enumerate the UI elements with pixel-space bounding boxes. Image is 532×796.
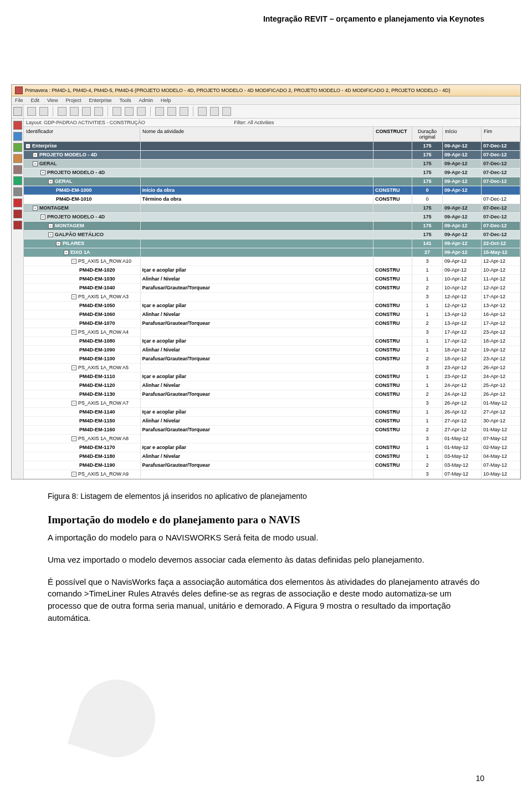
table-row[interactable]: -MONTAGEM17509-Apr-1207-Dec-12 (24, 222, 520, 231)
expander-icon[interactable]: - (40, 215, 45, 220)
filter-label[interactable]: Filter: All Activities (234, 120, 274, 125)
expander-icon[interactable]: - (64, 250, 69, 255)
tool-icon[interactable] (125, 107, 134, 116)
table-row[interactable]: PM4D-EM-1060Alinhar / NivelarCONSTRU113-… (24, 310, 520, 319)
table-row[interactable]: PM4D-EM-1030Alinhar / NivelarCONSTRU110-… (24, 275, 520, 284)
tool-icon[interactable] (112, 107, 121, 116)
table-row[interactable]: PM4D-EM-1170Içar e acoplar pilarCONSTRU1… (24, 443, 520, 452)
tool-icon[interactable] (82, 107, 91, 116)
tool-icon[interactable] (155, 107, 164, 116)
strip-icon[interactable] (13, 107, 22, 116)
table-row[interactable]: PM4D-EM-1090Alinhar / NivelarCONSTRU118-… (24, 346, 520, 355)
table-row[interactable]: -PS_AXIS 1A_ROW A5323-Apr-1226-Apr-12 (24, 364, 520, 373)
table-row[interactable]: PM4D-EM-1040Parafusar/Grautear/TorquearC… (24, 284, 520, 293)
table-row[interactable]: PM4D-EM-1180Alinhar / NivelarCONSTRU103-… (24, 452, 520, 461)
table-row[interactable]: -PS_AXIS 1A_ROW A9307-May-1210-May-12 (24, 470, 520, 479)
tool-icon[interactable] (222, 107, 231, 116)
col-dur[interactable]: Duração original (412, 127, 443, 141)
table-row[interactable]: -GERAL17509-Apr-1207-Dec-12 (24, 160, 520, 169)
table-row[interactable]: PM4D-EM-1050Içar e acoplar pilarCONSTRU1… (24, 302, 520, 310)
table-row[interactable]: PM4D-EM-1130Parafusar/Grautear/TorquearC… (24, 390, 520, 399)
table-row[interactable]: -PROJETO MODELO - 4D17509-Apr-1207-Dec-1… (24, 169, 520, 177)
nav-icon[interactable] (13, 221, 22, 229)
expander-icon[interactable]: - (33, 206, 38, 211)
nav-icon[interactable] (13, 176, 22, 185)
table-row[interactable]: -GERAL17509-Apr-1207-Dec-12 (24, 177, 520, 186)
menu-item[interactable]: Help (161, 98, 171, 103)
table-row[interactable]: PM4D-EM-1100Parafusar/Grautear/TorquearC… (24, 355, 520, 364)
tool-icon[interactable] (137, 107, 146, 116)
table-row[interactable]: -PS_AXIS 1A_ROW A7326-Apr-1201-May-12 (24, 399, 520, 408)
col-construct[interactable]: CONSTRUCT (374, 127, 412, 141)
tool-icon[interactable] (58, 107, 66, 116)
expander-icon[interactable]: - (71, 365, 76, 370)
tool-icon[interactable] (94, 107, 103, 116)
menu-item[interactable]: View (47, 98, 58, 103)
layout-label[interactable]: Layout: GDP-PADRAO ACTIVITIES - CONSTRUÇ… (26, 120, 145, 125)
table-row[interactable]: PM4D-EM-1110Içar e acoplar pilarCONSTRU1… (24, 373, 520, 381)
menu-item[interactable]: Project (65, 98, 81, 103)
nav-icon[interactable] (13, 143, 22, 152)
expander-icon[interactable]: - (25, 144, 30, 149)
expander-icon[interactable]: - (48, 223, 53, 228)
col-fim[interactable]: Fim (482, 127, 520, 141)
col-id[interactable]: Identificador (24, 127, 140, 141)
cell-duration: 1 (412, 408, 443, 417)
expander-icon[interactable]: - (71, 472, 76, 477)
nav-icon[interactable] (13, 121, 22, 130)
table-row[interactable]: -PROJETO MODELO - 4D17509-Apr-1207-Dec-1… (24, 213, 520, 222)
expander-icon[interactable]: - (40, 170, 45, 175)
tool-icon[interactable] (210, 107, 219, 116)
table-row[interactable]: PM4D-EM-1190Parafusar/Grautear/TorquearC… (24, 461, 520, 470)
table-row[interactable]: PM4D-EM-1140Içar e acoplar pilarCONSTRU1… (24, 408, 520, 417)
table-row[interactable]: -PS_AXIS 1A_ROW A4317-Apr-1223-Apr-12 (24, 328, 520, 337)
nav-icon[interactable] (13, 198, 22, 207)
nav-icon[interactable] (13, 165, 22, 174)
table-row[interactable]: PM4D-EM-1070Parafusar/Grautear/TorquearC… (24, 319, 520, 328)
table-row[interactable]: -GALPÃO METÁLICO17509-Apr-1207-Dec-12 (24, 231, 520, 239)
table-row[interactable]: -EIXO 1A2709-Apr-1215-May-12 (24, 248, 520, 257)
tool-icon[interactable] (198, 107, 207, 116)
nav-icon[interactable] (13, 210, 22, 218)
expander-icon[interactable]: - (71, 259, 76, 264)
tool-icon[interactable] (70, 107, 79, 116)
menu-item[interactable]: Edit (31, 98, 40, 103)
expander-icon[interactable]: - (48, 232, 53, 237)
expander-icon[interactable]: - (33, 152, 38, 157)
expander-icon[interactable]: - (71, 401, 76, 406)
expander-icon[interactable]: - (56, 241, 61, 246)
col-inicio[interactable]: Início (443, 127, 482, 141)
table-row[interactable]: -Enterprise17509-Apr-1207-Dec-12 (24, 142, 520, 151)
table-row[interactable]: PM4D-EM-1080Içar e acoplar pilarCONSTRU1… (24, 337, 520, 346)
expander-icon[interactable]: - (48, 179, 53, 184)
activity-grid[interactable]: -Enterprise17509-Apr-1207-Dec-12-PROJETO… (24, 142, 520, 479)
expander-icon[interactable]: - (71, 436, 76, 441)
tool-icon[interactable] (27, 107, 36, 116)
expander-icon[interactable]: - (71, 330, 76, 335)
table-row[interactable]: PM4D-EM-1010Término da obraCONSTRU007-De… (24, 195, 520, 204)
table-row[interactable]: -PROJETO MODELO - 4D17509-Apr-1207-Dec-1… (24, 151, 520, 160)
nav-icon[interactable] (13, 187, 22, 196)
table-row[interactable]: -PS_AXIS 1A_ROW A10309-Apr-1212-Apr-12 (24, 257, 520, 266)
table-row[interactable]: PM4D-EM-1020Içar e acoplar pilarCONSTRU1… (24, 266, 520, 275)
menu-item[interactable]: Enterprise (89, 98, 111, 103)
nav-icon[interactable] (13, 132, 22, 141)
table-row[interactable]: PM4D-EM-1150Alinhar / NivelarCONSTRU127-… (24, 417, 520, 426)
table-row[interactable]: -MONTAGEM17509-Apr-1207-Dec-12 (24, 204, 520, 213)
table-row[interactable]: -PS_AXIS 1A_ROW A8301-May-1207-May-12 (24, 435, 520, 443)
col-name[interactable]: Nome da atividade (140, 127, 374, 141)
tool-icon[interactable] (180, 107, 188, 116)
table-row[interactable]: -PILARES14109-Apr-1222-Oct-12 (24, 239, 520, 248)
table-row[interactable]: PM4D-EM-1160Parafusar/Grautear/TorquearC… (24, 426, 520, 435)
tool-icon[interactable] (167, 107, 176, 116)
table-row[interactable]: PM4D-EM-1000Início da obraCONSTRU009-Apr… (24, 186, 520, 195)
table-row[interactable]: -PS_AXIS 1A_ROW A3312-Apr-1217-Apr-12 (24, 293, 520, 302)
expander-icon[interactable]: - (33, 161, 38, 166)
nav-icon[interactable] (13, 154, 22, 163)
expander-icon[interactable]: - (71, 294, 76, 299)
menu-item[interactable]: Tools (119, 98, 131, 103)
tool-icon[interactable] (39, 107, 48, 116)
table-row[interactable]: PM4D-EM-1120Alinhar / NivelarCONSTRU124-… (24, 381, 520, 390)
menu-item[interactable]: Admin (139, 98, 153, 103)
menu-item[interactable]: File (15, 98, 23, 103)
